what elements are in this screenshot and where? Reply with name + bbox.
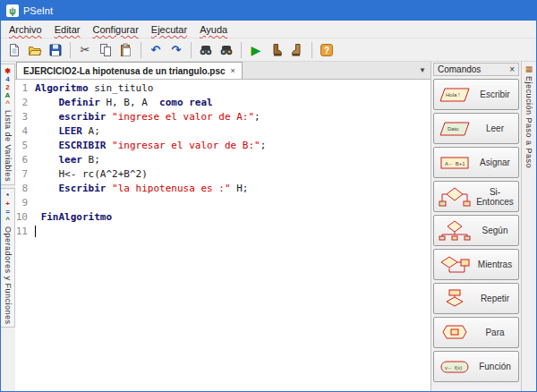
menu-ejecutar[interactable]: Ejecutar	[145, 22, 193, 37]
line-number: 4	[15, 124, 35, 139]
code-text: Definir H, B, A como real	[35, 96, 213, 110]
undo-button[interactable]: ↶	[146, 40, 166, 60]
tab-overflow-button[interactable]: ▼	[416, 65, 429, 75]
code-text: ESCRIBIR "ingresar el valor de B:";	[35, 139, 266, 153]
command-label: Si-Entonces	[473, 187, 516, 207]
code-line: 10 FinAlgoritmo	[15, 210, 430, 225]
line-number: 10	[15, 210, 35, 225]
window-title: PSeInt	[23, 5, 53, 16]
commands-panel: Comandos × Hola !EscribirDatoLeerA← B+1A…	[431, 62, 521, 391]
step-panel-label: Ejecución Paso a Paso	[524, 76, 533, 168]
paste-icon	[119, 43, 133, 57]
open-button[interactable]	[25, 40, 45, 60]
commands-close-icon[interactable]: ×	[509, 64, 515, 74]
menu-editar[interactable]: Editar	[48, 22, 87, 37]
command-leer[interactable]: DatoLeer	[433, 113, 519, 144]
run-to-cursor-button[interactable]	[287, 40, 307, 60]
menu-configurar[interactable]: Configurar	[86, 22, 144, 37]
svg-text:A← B+1: A← B+1	[445, 160, 465, 166]
code-line: 11	[15, 225, 430, 239]
paste-button[interactable]	[116, 40, 136, 60]
redo-button[interactable]: ↷	[166, 40, 186, 60]
code-line: 2 Definir H, B, A como real	[15, 96, 430, 110]
footsteps-alt-icon	[290, 43, 304, 57]
line-number: 11	[15, 225, 35, 239]
step-panel-icon: ▦	[525, 64, 533, 73]
title-bar[interactable]: ψ PSeInt	[1, 1, 536, 21]
command-para[interactable]: Para	[433, 317, 519, 348]
step-run-button[interactable]	[267, 40, 286, 60]
repetir-loop-icon	[436, 288, 473, 310]
copy-button[interactable]	[96, 40, 115, 60]
menu-ayuda[interactable]: Ayuda	[193, 22, 234, 37]
command-label: Escribir	[473, 89, 516, 99]
run-play-icon: ▶	[249, 43, 263, 57]
command-label: Función	[473, 362, 516, 371]
line-number: 3	[15, 110, 35, 124]
svg-text:v← f(x): v← f(x)	[445, 364, 462, 370]
command-label: Repetir	[473, 294, 516, 303]
tab-close-icon[interactable]: ×	[231, 66, 235, 75]
replace-button[interactable]	[217, 40, 236, 60]
editor-tab[interactable]: EJERCICIO2-La hipotenusa de un triangulo…	[16, 62, 243, 79]
toolbar-separator	[311, 42, 312, 58]
line-number: 7	[15, 167, 35, 182]
command-si-entonces[interactable]: Si-Entonces	[433, 181, 519, 212]
command-segun[interactable]: Según	[433, 215, 519, 246]
new-button[interactable]	[4, 40, 24, 60]
code-line: 8 Escribir "la hipotenusa es :" H;	[15, 182, 430, 196]
code-text: LEER A;	[35, 124, 100, 139]
leer-parallelogram-icon: Dato	[436, 118, 473, 140]
code-line: 5 ESCRIBIR "ingresar el valor de B:";	[15, 139, 430, 153]
left-tab-label: Lista de Variables	[4, 110, 13, 182]
editor-column: EJERCICIO2-La hipotenusa de un triangulo…	[15, 62, 431, 391]
code-line: 6 leer B;	[15, 153, 430, 167]
app-icon: ψ	[6, 4, 19, 17]
svg-text:ψ: ψ	[9, 6, 16, 16]
toolbar-separator	[241, 42, 242, 58]
command-asignar[interactable]: A← B+1Asignar	[433, 147, 519, 178]
menu-archivo[interactable]: Archivo	[3, 22, 48, 37]
code-line: 1Algoritmo sin_titulo	[15, 81, 430, 96]
svg-text:Dato: Dato	[448, 126, 459, 132]
command-label: Leer	[473, 124, 516, 133]
funcion-oval-icon: v← f(x)	[436, 356, 473, 378]
code-text: H<- rc(A^2+B^2)	[35, 167, 148, 182]
code-text: Algoritmo sin_titulo	[35, 81, 153, 96]
line-number: 2	[15, 96, 35, 110]
command-repetir[interactable]: Repetir	[433, 283, 519, 314]
commands-header: Comandos ×	[433, 63, 519, 76]
commands-title: Comandos	[438, 64, 481, 74]
right-panel-tab-step-execution[interactable]: ▦ Ejecución Paso a Paso	[521, 62, 536, 391]
code-line: 3 escribir "ingrese el valor de A:";	[15, 110, 430, 124]
run-button[interactable]: ▶	[246, 40, 266, 60]
line-number: 6	[15, 153, 35, 167]
save-button[interactable]	[46, 40, 65, 60]
menu-bar: ArchivoEditarConfigurarEjecutarAyuda	[1, 21, 536, 38]
svg-text:Hola !: Hola !	[446, 92, 460, 98]
code-line: 4 LEER A;	[15, 124, 430, 139]
mientras-diamond-icon	[436, 254, 473, 276]
find-replace-icon	[219, 43, 234, 57]
cut-button[interactable]: ✂	[75, 40, 95, 60]
code-text: leer B;	[35, 153, 100, 167]
line-number: 9	[15, 196, 35, 210]
code-text: Escribir "la hipotenusa es :" H;	[35, 182, 248, 196]
si-entonces-diamond-icon	[436, 186, 473, 208]
tab-title: EJERCICIO2-La hipotenusa de un triangulo…	[23, 66, 226, 76]
code-line: 9	[15, 196, 430, 210]
find-button[interactable]	[196, 40, 216, 60]
binoculars-icon	[199, 43, 213, 57]
left-tab-operadores[interactable]: *+=^Operadores y Funciones	[1, 188, 15, 328]
command-funcion[interactable]: v← f(x)Función	[433, 351, 519, 382]
escribir-parallelogram-icon: Hola !	[436, 84, 473, 106]
help-button[interactable]: ?	[317, 40, 337, 60]
help-icon: ?	[320, 43, 334, 57]
code-editor[interactable]: 1Algoritmo sin_titulo2 Definir H, B, A c…	[15, 80, 430, 391]
toolbar-separator	[70, 42, 71, 58]
left-tab-variables[interactable]: ✱42A^Lista de Variables	[1, 64, 15, 185]
command-label: Para	[473, 328, 516, 337]
main-content: ✱42A^Lista de Variables*+=^Operadores y …	[1, 62, 536, 391]
command-escribir[interactable]: Hola !Escribir	[433, 79, 519, 110]
command-mientras[interactable]: Mientras	[433, 249, 519, 280]
